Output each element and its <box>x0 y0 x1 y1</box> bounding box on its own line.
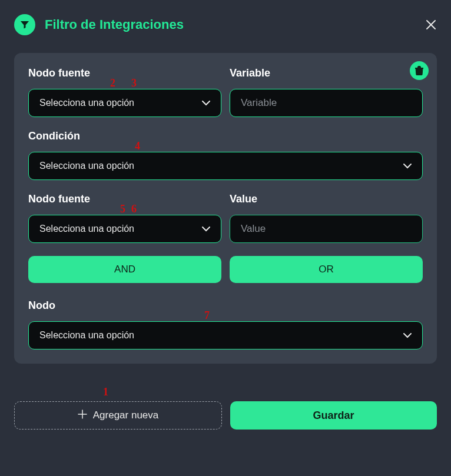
field-value: Value Value 6 <box>230 193 423 243</box>
select-text: Selecciona una opción <box>39 330 134 341</box>
header-left: Filtro de Integraciones <box>14 14 184 35</box>
label-variable: Variable <box>230 67 423 79</box>
chevron-down-icon <box>403 330 412 341</box>
select-text: Selecciona una opción <box>39 224 134 234</box>
field-source-node-2: Nodo fuente Selecciona una opción 5 <box>28 193 221 243</box>
add-new-label: Agregar nueva <box>93 410 159 421</box>
save-button[interactable]: Guardar <box>230 401 437 430</box>
label-source-node-2: Nodo fuente <box>28 193 221 205</box>
select-text: Selecciona una opción <box>39 98 134 108</box>
or-button[interactable]: OR <box>230 256 423 283</box>
label-value: Value <box>230 193 423 205</box>
filter-icon <box>14 14 35 35</box>
select-nodo[interactable]: Selecciona una opción <box>28 321 423 349</box>
select-text: Selecciona una opción <box>39 161 134 171</box>
chevron-down-icon <box>202 224 210 234</box>
add-new-button[interactable]: Agregar nueva <box>14 401 222 430</box>
field-source-node-1: Nodo fuente Selecciona una opción 2 <box>28 67 221 117</box>
annotation-1: 1 <box>103 386 108 398</box>
plus-icon <box>78 410 87 422</box>
select-source-node-2[interactable]: Selecciona una opción <box>28 215 221 243</box>
label-condition: Condición <box>28 130 423 142</box>
placeholder-variable: Variable <box>241 97 277 109</box>
modal-header: Filtro de Integraciones <box>14 14 437 35</box>
field-variable: Variable Variable 3 <box>230 67 423 117</box>
label-source-node-1: Nodo fuente <box>28 67 221 79</box>
input-variable[interactable]: Variable <box>230 89 423 117</box>
label-nodo: Nodo <box>28 299 423 312</box>
select-condition[interactable]: Selecciona una opción <box>28 152 423 180</box>
field-condition: Condición Selecciona una opción 4 <box>28 130 423 180</box>
input-value[interactable]: Value <box>230 215 423 243</box>
chevron-down-icon <box>202 98 210 108</box>
select-source-node-1[interactable]: Selecciona una opción <box>28 89 221 117</box>
filter-card: Nodo fuente Selecciona una opción 2 Vari… <box>14 53 437 364</box>
chevron-down-icon <box>403 161 412 171</box>
close-button[interactable] <box>425 19 437 31</box>
field-nodo: Nodo Selecciona una opción 7 <box>28 299 423 349</box>
placeholder-value: Value <box>241 223 266 235</box>
and-button[interactable]: AND <box>28 256 221 283</box>
modal-title: Filtro de Integraciones <box>45 17 184 32</box>
